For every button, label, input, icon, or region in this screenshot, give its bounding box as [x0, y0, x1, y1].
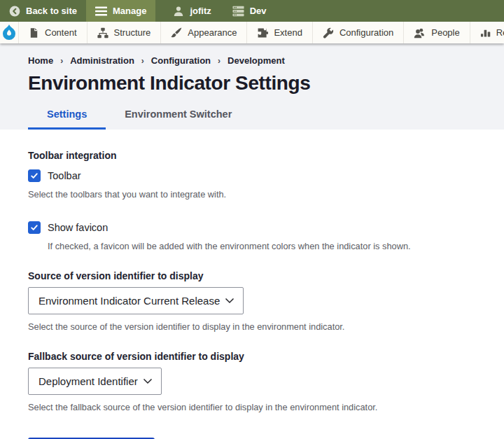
- admin-menu-bar: Content Structure Appearance: [0, 22, 504, 43]
- toolbar-checkbox-label[interactable]: Toolbar: [48, 170, 81, 181]
- back-to-site-button[interactable]: Back to site: [0, 0, 86, 22]
- tabs: Settings Environment Switcher: [28, 106, 476, 130]
- version-source-value: Environment Indicator Current Release: [38, 295, 220, 307]
- breadcrumb-administration[interactable]: Administration: [70, 55, 134, 66]
- tab-settings[interactable]: Settings: [28, 106, 106, 130]
- menu-label: Appearance: [188, 27, 237, 38]
- people-icon: [414, 27, 426, 39]
- toolbar-integration-group: Toolbar integration Toolbar Select the t…: [28, 150, 476, 200]
- breadcrumb-configuration[interactable]: Configuration: [151, 55, 211, 66]
- back-circle-icon: [9, 6, 20, 17]
- fallback-version-source-description: Select the fallback source of the versio…: [28, 402, 476, 412]
- tab-environment-switcher[interactable]: Environment Switcher: [106, 106, 251, 130]
- user-menu-button[interactable]: jofitz: [164, 0, 220, 22]
- toolbar-checkbox[interactable]: [28, 169, 41, 182]
- show-favicon-description: If checked, a favicon will be added with…: [48, 241, 476, 251]
- menu-label: Configuration: [340, 27, 393, 38]
- breadcrumb-development[interactable]: Development: [227, 55, 285, 66]
- menu-item-content[interactable]: Content: [18, 22, 87, 43]
- environment-label: Dev: [250, 6, 267, 16]
- fallback-version-source-value: Deployment Identifier: [38, 375, 138, 387]
- version-source-label: Source of version identifier to display: [28, 270, 476, 281]
- document-icon: [29, 27, 39, 39]
- breadcrumb-home[interactable]: Home: [28, 55, 53, 66]
- drupal-drop-icon: [0, 24, 18, 42]
- wrench-icon: [323, 27, 334, 39]
- manage-label: Manage: [113, 6, 146, 16]
- server-stack-icon: [232, 6, 244, 17]
- menu-item-appearance[interactable]: Appearance: [160, 22, 246, 43]
- chevron-down-icon: [225, 298, 234, 304]
- fallback-version-source-label: Fallback source of version identifier to…: [28, 351, 476, 362]
- person-icon: [173, 6, 184, 17]
- puzzle-icon: [257, 27, 268, 39]
- show-favicon-group: Show favicon If checked, a favicon will …: [28, 221, 476, 251]
- version-source-select[interactable]: Environment Indicator Current Release: [28, 287, 244, 314]
- manage-button[interactable]: Manage: [86, 0, 155, 22]
- toolbar-integration-description: Select the toolbars that you want to int…: [28, 189, 476, 200]
- fallback-version-source-group: Fallback source of version identifier to…: [28, 351, 476, 412]
- menu-item-configuration[interactable]: Configuration: [312, 22, 403, 43]
- username-label: jofitz: [190, 6, 211, 16]
- chevron-down-icon: [143, 378, 153, 384]
- menu-label: Extend: [274, 27, 302, 38]
- hamburger-icon: [95, 6, 107, 16]
- settings-form: Toolbar integration Toolbar Select the t…: [0, 130, 504, 439]
- menu-label: Structure: [114, 27, 151, 38]
- paintbrush-icon: [171, 27, 182, 39]
- menu-label: Content: [45, 27, 77, 38]
- bar-chart-icon: [480, 27, 491, 39]
- show-favicon-checkbox-label[interactable]: Show favicon: [48, 222, 108, 233]
- menu-item-extend[interactable]: Extend: [246, 22, 312, 43]
- admin-toolbar: Back to site Manage jofitz: [0, 0, 504, 22]
- version-source-group: Source of version identifier to display …: [28, 270, 476, 332]
- breadcrumb-separator: ›: [141, 56, 144, 66]
- show-favicon-checkbox[interactable]: [28, 221, 41, 234]
- version-source-description: Select the source of the version identif…: [28, 321, 476, 332]
- page-title: Environment Indicator Settings: [28, 72, 476, 95]
- menu-item-people[interactable]: People: [403, 22, 469, 43]
- fallback-version-source-select[interactable]: Deployment Identifier: [28, 368, 162, 395]
- menu-item-reports[interactable]: Reports: [470, 22, 504, 43]
- check-icon: [30, 172, 38, 180]
- back-to-site-label: Back to site: [26, 6, 77, 16]
- breadcrumb: Home › Administration › Configuration › …: [28, 55, 476, 66]
- breadcrumb-separator: ›: [218, 56, 220, 66]
- menu-label: People: [431, 27, 459, 38]
- page-header: Home › Administration › Configuration › …: [0, 43, 504, 130]
- menu-item-structure[interactable]: Structure: [87, 22, 161, 43]
- toolbar-integration-label: Toolbar integration: [28, 150, 476, 161]
- breadcrumb-separator: ›: [60, 56, 63, 66]
- sitemap-icon: [97, 27, 108, 39]
- drupal-logo[interactable]: [0, 22, 18, 43]
- check-icon: [30, 223, 38, 232]
- menu-label: Reports: [496, 27, 504, 38]
- environment-indicator-button[interactable]: Dev: [223, 0, 276, 22]
